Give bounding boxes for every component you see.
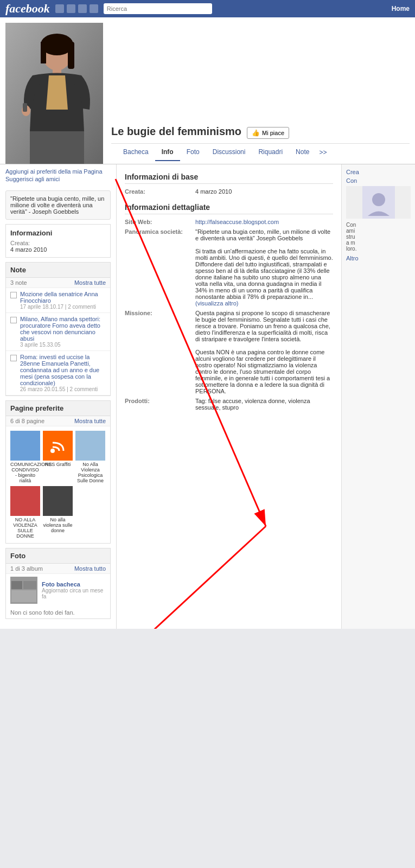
profile-top: Le bugie del femminismo 👍 Mi piace Bache…	[0, 17, 415, 164]
photo-album-title[interactable]: Foto bacheca	[42, 581, 106, 588]
other-link[interactable]: Altro	[346, 255, 411, 261]
tab-foto[interactable]: Foto	[180, 144, 206, 161]
fav-page-item[interactable]: NO ALLA VIOLENZA SULLE DONNE	[10, 486, 40, 539]
svg-rect-12	[11, 581, 22, 589]
main-content: Informazioni di base Creata: 4 marzo 201…	[117, 164, 342, 629]
suggest-friends-link[interactable]: Suggerisci agli amici	[5, 176, 111, 182]
fav-pages-count: 6 di 8 pagine	[10, 418, 44, 424]
info-row-mission: Missione: Questa pagina si propone lo sc…	[125, 310, 333, 394]
note-checkbox-2[interactable]	[10, 317, 17, 323]
tab-info[interactable]: Info	[155, 144, 180, 161]
messages-icon[interactable]	[67, 4, 75, 13]
note-item: Mozione della senatrice Anna Finocchiaro…	[6, 288, 110, 313]
svg-rect-4	[41, 42, 46, 63]
connect-link[interactable]: Con	[346, 177, 411, 184]
create-link[interactable]: Crea	[346, 169, 411, 175]
thumbs-up-icon: 👍	[252, 129, 260, 137]
fav-page-label-5: No alla violenza sulle donne	[43, 517, 73, 533]
quote-box: "Ripetete una bugia cento, mille, un mil…	[5, 190, 111, 220]
fav-page-label-4: NO ALLA VIOLENZA SULLE DONNE	[10, 517, 40, 539]
fav-page-item[interactable]: No Alla Violenza Psicologica Sulle Donne	[75, 431, 105, 483]
fav-pages-header: Pagine preferite	[6, 401, 110, 416]
note-item: Roma: investì ed uccise la 28enne Emanue…	[6, 351, 110, 395]
fav-page-item[interactable]: No alla violenza sulle donne	[43, 486, 73, 539]
notes-count: 3 note	[10, 279, 27, 286]
photo-thumb	[10, 577, 37, 604]
fav-page-thumb-3	[75, 431, 105, 461]
note-meta-1: 17 aprile 18.10.17 | 2 commenti	[20, 304, 106, 310]
notes-section: Note 3 note Mostra tutte Mozione della s…	[5, 262, 111, 396]
profile-photo	[5, 23, 103, 164]
notes-show-all[interactable]: Mostra tutte	[74, 279, 106, 286]
fav-page-thumb-4	[10, 486, 40, 516]
created-value: 4 marzo 2010	[195, 188, 333, 195]
tab-bacheca[interactable]: Bacheca	[117, 144, 155, 161]
website-link[interactable]: http://falseaccuse.blogspot.com	[195, 219, 279, 225]
note-meta-3: 26 marzo 20.01.55 | 2 commenti	[20, 386, 106, 392]
info-row-website: Sito Web: http://falseaccuse.blogspot.co…	[125, 219, 333, 225]
profile-info: Le bugie del femminismo 👍 Mi piace Bache…	[111, 125, 410, 164]
mission-value: Questa pagina si propone lo scopo di sma…	[195, 310, 333, 394]
search-input[interactable]	[104, 3, 212, 14]
fav-page-item[interactable]: RSS Graffiti	[43, 431, 73, 483]
tab-note[interactable]: Note	[289, 144, 316, 161]
note-item: Milano, Alfano manda spettori: procurato…	[6, 313, 110, 351]
note-content-3: Roma: investì ed uccise la 28enne Emanue…	[20, 354, 106, 392]
fav-pages-show-all[interactable]: Mostra tutte	[74, 418, 106, 424]
friends-icon[interactable]	[55, 4, 64, 13]
tab-riquadri[interactable]: Riquadri	[252, 144, 289, 161]
basic-info-section: Informazioni di base Creata: 4 marzo 201…	[125, 173, 333, 195]
note-checkbox-1[interactable]	[10, 292, 17, 298]
see-more-link[interactable]: (visualizza altro)	[195, 300, 238, 307]
profile-area: Le bugie del femminismo 👍 Mi piace Bache…	[0, 17, 415, 164]
header-icons	[55, 4, 98, 13]
created-date: 4 marzo 2010	[10, 246, 106, 253]
photos-header: Foto	[6, 548, 110, 564]
facebook-logo: facebook	[5, 2, 50, 16]
note-content-1: Mozione della senatrice Anna Finocchiaro…	[20, 291, 106, 310]
note-meta-2: 3 aprile 15.33.05	[20, 342, 106, 348]
note-title-2[interactable]: Milano, Alfano manda spettori: procurato…	[20, 316, 106, 342]
info-sidebar-title: Informazioni	[10, 229, 106, 237]
home-link[interactable]: Home	[392, 5, 410, 12]
page-title: Le bugie del femminismo	[111, 125, 241, 138]
globe-icon[interactable]	[90, 4, 98, 13]
no-fan-photos: Non ci sono foto dei fan.	[6, 607, 110, 618]
svg-point-16	[372, 193, 385, 206]
photo-info: Foto bacheca Aggiornato circa un mese fa	[42, 581, 106, 599]
info-row-created: Creata: 4 marzo 2010	[125, 188, 333, 195]
fav-page-thumb-5	[43, 486, 73, 516]
sidebar-links: Aggiungi ai preferiti della mia Pagina S…	[0, 164, 116, 186]
fav-page-thumb-2	[43, 431, 73, 461]
photos-show-all[interactable]: Mostra tutto	[74, 565, 106, 572]
info-sidebar-box: Informazioni Creata: 4 marzo 2010	[5, 224, 111, 258]
photos-title: Foto	[10, 552, 25, 560]
svg-rect-8	[23, 103, 27, 112]
svg-rect-13	[23, 581, 36, 589]
svg-rect-14	[11, 590, 36, 602]
note-title-3[interactable]: Roma: investì ed uccise la 28enne Emanue…	[20, 354, 106, 386]
photo-album-meta: Aggiornato circa un mese fa	[42, 588, 106, 599]
notifications-icon[interactable]	[78, 4, 87, 13]
search-box	[104, 3, 212, 14]
like-button[interactable]: 👍 Mi piace	[247, 127, 289, 139]
detailed-info-title: Informazioni dettagliate	[125, 203, 333, 214]
photo-album-item[interactable]: Foto bacheca Aggiornato circa un mese fa	[6, 574, 110, 607]
note-content-2: Milano, Alfano manda spettori: procurato…	[20, 316, 106, 348]
detailed-info-section: Informazioni dettagliate Sito Web: http:…	[125, 203, 333, 411]
note-title-1[interactable]: Mozione della senatrice Anna Finocchiaro	[20, 291, 106, 304]
products-label: Prodotti:	[125, 398, 190, 404]
tab-discussioni[interactable]: Discussioni	[206, 144, 252, 161]
note-checkbox-3[interactable]	[10, 355, 17, 361]
nav-more[interactable]: >>	[316, 144, 330, 161]
overview-label: Panoramica società:	[125, 228, 190, 235]
created-label: Creata:	[125, 188, 190, 195]
add-favorite-link[interactable]: Aggiungi ai preferiti della mia Pagina	[5, 168, 111, 175]
fav-pages-section: Pagine preferite 6 di 8 pagine Mostra tu…	[5, 400, 111, 544]
notes-header: Note	[6, 263, 110, 278]
notes-title: Note	[10, 266, 26, 274]
header: facebook Home	[0, 0, 415, 17]
info-row-products: Prodotti: Tag: false accuse, violenza do…	[125, 398, 333, 411]
fav-page-item[interactable]: COMUNICAZIONE CONDIVISO - bigenito riali…	[10, 431, 40, 483]
page-nav: Bacheca Info Foto Discussioni Riquadri N…	[111, 143, 410, 161]
